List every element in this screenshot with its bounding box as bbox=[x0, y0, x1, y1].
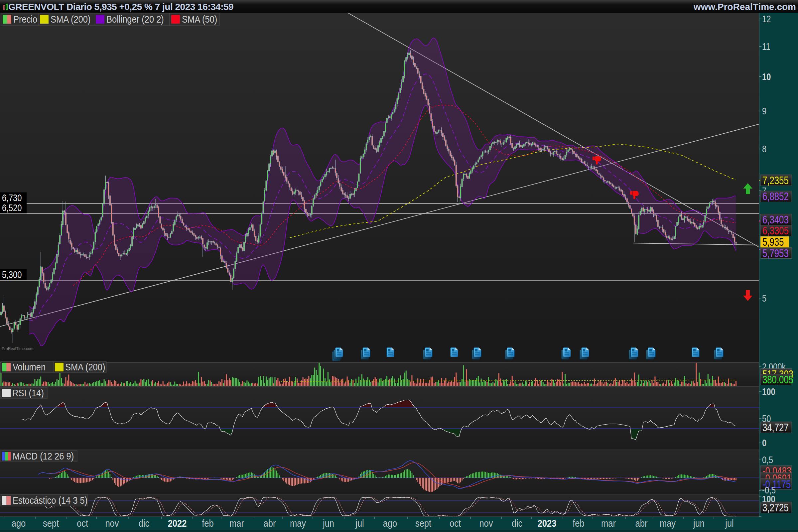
svg-text:abr: abr bbox=[264, 518, 276, 529]
svg-text:7,2355: 7,2355 bbox=[762, 174, 789, 186]
svg-text:oct: oct bbox=[450, 518, 461, 529]
svg-text:ProRealTime.com: ProRealTime.com bbox=[2, 346, 34, 351]
svg-text:dic: dic bbox=[139, 518, 150, 529]
svg-text:6,730: 6,730 bbox=[2, 192, 22, 204]
svg-text:9: 9 bbox=[762, 106, 766, 116]
svg-text:sept: sept bbox=[415, 518, 431, 529]
svg-text:380.005: 380.005 bbox=[762, 373, 793, 385]
svg-text:feb: feb bbox=[202, 518, 213, 529]
svg-text:dic: dic bbox=[512, 518, 523, 529]
svg-text:0: 0 bbox=[762, 438, 766, 449]
svg-text:6,520: 6,520 bbox=[2, 203, 22, 213]
svg-text:0,5: 0,5 bbox=[762, 455, 773, 466]
svg-text:Precio: Precio bbox=[13, 14, 37, 25]
svg-text:2023: 2023 bbox=[538, 518, 557, 529]
svg-text:Volumen: Volumen bbox=[13, 361, 45, 373]
svg-text:ago: ago bbox=[12, 518, 26, 529]
svg-text:GREENVOLT Diario 5,935 +0,25 %: GREENVOLT Diario 5,935 +0,25 % 7 jul 202… bbox=[8, 2, 233, 12]
svg-text:Bollinger (20 2): Bollinger (20 2) bbox=[107, 14, 164, 25]
svg-text:12: 12 bbox=[762, 13, 771, 24]
svg-text:5: 5 bbox=[762, 293, 766, 304]
svg-text:5,935: 5,935 bbox=[762, 235, 784, 248]
svg-text:ago: ago bbox=[383, 518, 397, 529]
svg-text:may: may bbox=[290, 518, 306, 529]
svg-text:11: 11 bbox=[762, 41, 771, 52]
svg-text:5,300: 5,300 bbox=[2, 269, 22, 280]
svg-text:jun: jun bbox=[693, 518, 705, 529]
svg-text:jul: jul bbox=[355, 518, 364, 529]
svg-text:6,8852: 6,8852 bbox=[762, 190, 789, 203]
svg-text:sept: sept bbox=[43, 518, 59, 529]
svg-text:oct: oct bbox=[77, 518, 88, 529]
svg-text:www.ProRealTime.com: www.ProRealTime.com bbox=[693, 2, 796, 12]
svg-text:nov: nov bbox=[105, 518, 119, 529]
svg-text:8: 8 bbox=[762, 144, 766, 155]
svg-text:3,2725: 3,2725 bbox=[762, 501, 789, 513]
svg-text:34,727: 34,727 bbox=[762, 421, 789, 433]
svg-text:SMA (200): SMA (200) bbox=[65, 361, 105, 373]
svg-text:mar: mar bbox=[229, 518, 244, 529]
svg-text:may: may bbox=[660, 518, 676, 529]
svg-text:6,3305: 6,3305 bbox=[762, 224, 789, 236]
svg-text:10: 10 bbox=[762, 71, 771, 82]
svg-text:5,7953: 5,7953 bbox=[762, 247, 789, 259]
svg-text:nov: nov bbox=[479, 518, 493, 529]
svg-text:abr: abr bbox=[635, 518, 648, 529]
svg-text:jul: jul bbox=[725, 518, 734, 529]
svg-text:Estocástico (14 3 5): Estocástico (14 3 5) bbox=[13, 495, 88, 506]
svg-text:RSI (14): RSI (14) bbox=[12, 387, 44, 398]
svg-text:6,3403: 6,3403 bbox=[762, 213, 789, 225]
svg-text:SMA (200): SMA (200) bbox=[51, 14, 91, 25]
svg-text:mar: mar bbox=[601, 518, 616, 529]
svg-text:feb: feb bbox=[573, 518, 584, 529]
svg-text:100: 100 bbox=[762, 386, 775, 397]
svg-text:MACD (12 26 9): MACD (12 26 9) bbox=[13, 451, 74, 461]
svg-text:jun: jun bbox=[323, 518, 334, 529]
svg-text:SMA (50): SMA (50) bbox=[182, 14, 217, 25]
svg-text:2022: 2022 bbox=[168, 518, 187, 529]
